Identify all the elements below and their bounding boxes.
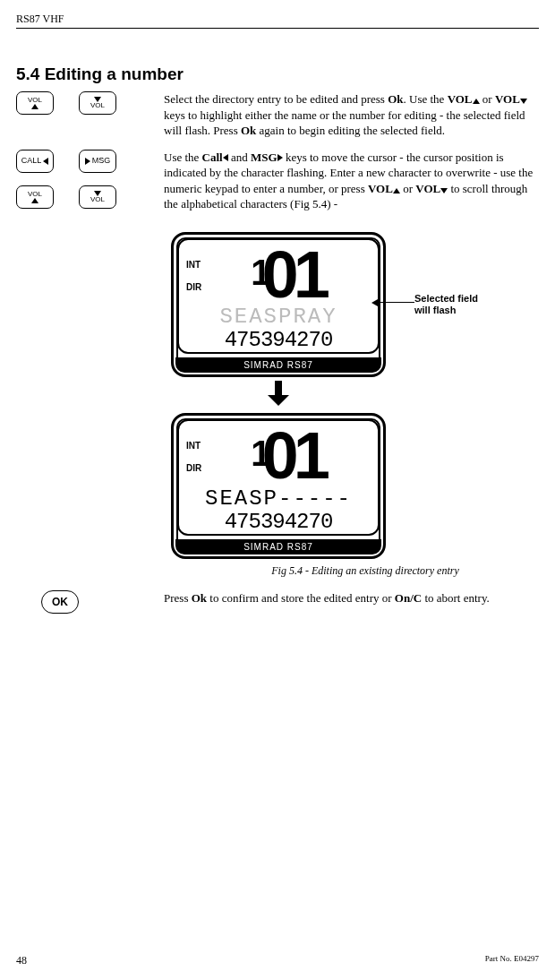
svg-rect-0: [275, 381, 282, 395]
vol-label: VOL: [28, 97, 42, 104]
text: or: [480, 92, 495, 106]
lcd-dir-label: DIR: [186, 463, 201, 473]
page-number: 48: [16, 954, 27, 967]
arrow-up-icon: [473, 99, 480, 104]
part-number: Part No. E04297: [485, 954, 539, 967]
text: . Use the: [404, 92, 448, 106]
vol-down-key-icon: VOL: [79, 185, 116, 209]
arrow-up-icon: [31, 198, 38, 203]
text: Press: [164, 591, 192, 605]
text-bold: On/C: [395, 591, 422, 605]
device-display-2: INT DIR 101 SEASP----- 475394270 SIMRAD …: [171, 413, 386, 559]
ok-key-icon: OK: [41, 590, 79, 614]
text: or: [400, 182, 415, 195]
figure-caption: Fig 5.4 - Editing an existing directory …: [191, 564, 540, 578]
svg-marker-1: [268, 395, 289, 406]
arrow-right-icon: [85, 158, 90, 165]
text: to abort entry.: [422, 591, 490, 605]
text: and: [228, 150, 251, 164]
lcd-number: 475394270: [186, 510, 371, 534]
vol-label: VOL: [90, 102, 105, 109]
device-brand-label: SIMRAD RS87: [175, 539, 381, 554]
vol-up-key-icon: VOL: [16, 185, 54, 209]
page-footer: 48 Part No. E04297: [16, 954, 539, 967]
paragraph-1: Select the directory entry to be edited …: [164, 91, 539, 139]
text-bold: MSG: [251, 150, 278, 164]
call-key-icon: CALL: [16, 150, 54, 173]
msg-key-icon: MSG: [79, 150, 116, 173]
device-display-1: INT DIR 101 SEASPRAY 475394270 SIMRAD RS…: [171, 232, 386, 378]
annotation-label: Selected field will flash: [414, 293, 486, 316]
arrow-down-icon: [520, 99, 527, 104]
text-bold: Call: [202, 150, 223, 164]
text-bold: VOL: [495, 92, 520, 106]
paragraph-3: Press Ok to confirm and store the edited…: [164, 590, 539, 614]
lcd-dir-label: DIR: [186, 282, 201, 292]
vol-label: VOL: [90, 196, 105, 203]
text-bold: VOL: [448, 92, 473, 106]
lcd-int-label: INT: [186, 260, 201, 270]
key-column: CALL MSG VOL VOL: [16, 150, 164, 221]
text: to confirm and store the edited entry or: [207, 591, 395, 605]
device-brand-label: SIMRAD RS87: [175, 357, 381, 373]
figure-area: Selected field will flash INT DIR 101 SE…: [164, 232, 540, 578]
lcd-channel: 101: [205, 426, 371, 486]
text-bold: Ok: [192, 591, 207, 605]
lcd-number: 475394270: [186, 328, 371, 352]
key-column: VOL VOL: [16, 91, 164, 139]
vol-label: VOL: [28, 191, 42, 198]
section-title: 5.4 Editing a number: [16, 64, 539, 84]
arrow-left-icon: [43, 158, 48, 165]
lcd-name: SEASPRAY: [186, 305, 371, 328]
text: Select the directory entry to be edited …: [164, 92, 388, 106]
text: again to begin editing the selected fiel…: [256, 124, 445, 137]
vol-up-key-icon: VOL: [16, 91, 54, 115]
lcd-channel: 101: [205, 245, 371, 305]
running-head: RS87 VHF: [16, 13, 539, 29]
vol-down-key-icon: VOL: [79, 91, 116, 115]
annotation-arrow-icon: [373, 302, 414, 303]
msg-label: MSG: [92, 157, 111, 165]
key-column: OK: [16, 590, 164, 614]
lcd-int-label: INT: [186, 441, 201, 451]
down-arrow-icon: [171, 381, 386, 409]
arrow-down-icon: [440, 188, 448, 193]
text-bold: Ok: [241, 124, 256, 137]
text-bold: Ok: [388, 92, 403, 106]
text-bold: VOL: [415, 182, 440, 195]
text: Use the: [164, 150, 202, 164]
call-label: CALL: [21, 157, 42, 165]
lcd-name: SEASP-----: [186, 486, 371, 510]
paragraph-2: Use the Call and MSG keys to move the cu…: [164, 150, 539, 221]
arrow-up-icon: [31, 104, 38, 109]
arrow-up-icon: [393, 188, 400, 193]
text-bold: VOL: [368, 182, 393, 195]
